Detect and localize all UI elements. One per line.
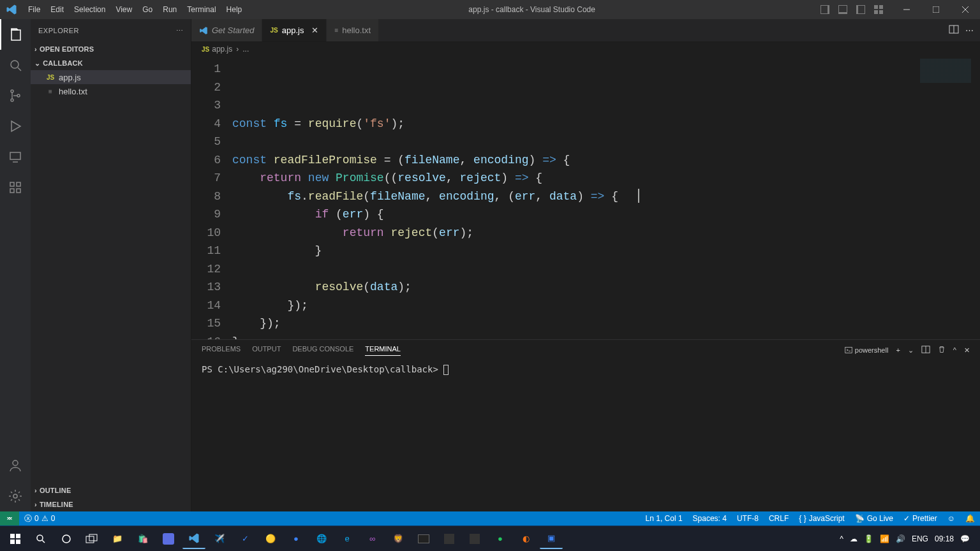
menu-go[interactable]: Go bbox=[137, 0, 158, 19]
chrome-icon[interactable]: 🟡 bbox=[259, 529, 282, 549]
indentation[interactable]: Spaces: 4 bbox=[688, 511, 732, 525]
snipping-tool-icon[interactable]: ▣ bbox=[540, 529, 563, 549]
taskbar-app-icon[interactable]: ● bbox=[489, 529, 512, 549]
onedrive-icon[interactable]: ☁ bbox=[850, 534, 858, 543]
customize-layout-icon[interactable] bbox=[870, 0, 887, 19]
menu-help[interactable]: Help bbox=[221, 0, 248, 19]
timeline-section[interactable]: › TIMELINE bbox=[31, 497, 191, 511]
taskbar-app-icon[interactable]: ● bbox=[285, 529, 308, 549]
taskbar-search-icon[interactable] bbox=[29, 529, 52, 549]
battery-icon[interactable]: 🔋 bbox=[864, 534, 873, 543]
menu-terminal[interactable]: Terminal bbox=[182, 0, 221, 19]
close-button[interactable] bbox=[951, 0, 980, 19]
outline-section[interactable]: › OUTLINE bbox=[31, 483, 191, 497]
toggle-panel-bottom-icon[interactable] bbox=[835, 0, 851, 19]
taskbar-app-icon[interactable]: 🌐 bbox=[310, 529, 333, 549]
action-center-icon[interactable]: 💬 bbox=[960, 534, 970, 543]
panel-tab-problems[interactable]: PROBLEMS bbox=[202, 345, 241, 356]
editor-tab[interactable]: Get Started bbox=[191, 19, 262, 41]
tray-chevron-icon[interactable]: ^ bbox=[840, 534, 843, 543]
vscode-taskbar-icon[interactable] bbox=[182, 529, 205, 549]
cortana-icon[interactable] bbox=[55, 529, 78, 549]
remote-explorer-icon[interactable] bbox=[0, 142, 31, 172]
toggle-panel-right-icon[interactable] bbox=[852, 0, 869, 19]
taskbar-app-icon[interactable]: ◐ bbox=[514, 529, 537, 549]
menu-selection[interactable]: Selection bbox=[69, 0, 110, 19]
split-editor-icon[interactable] bbox=[949, 24, 959, 36]
terminal-profile-label[interactable]: powershell bbox=[845, 346, 889, 354]
menu-file[interactable]: File bbox=[23, 0, 45, 19]
terminal[interactable]: PS C:\Users\ag290\OneDrive\Desktop\callb… bbox=[191, 360, 980, 511]
panel-tab-debug-console[interactable]: DEBUG CONSOLE bbox=[292, 345, 353, 356]
more-icon[interactable]: ⋯ bbox=[176, 27, 184, 35]
editor-tab[interactable]: JSapp.js✕ bbox=[262, 19, 327, 41]
encoding[interactable]: UTF-8 bbox=[732, 511, 764, 525]
panel-tab-terminal[interactable]: TERMINAL bbox=[365, 345, 401, 356]
wifi-icon[interactable]: 📶 bbox=[880, 534, 889, 543]
search-icon[interactable] bbox=[0, 50, 31, 80]
notifications-icon[interactable]: 🔔 bbox=[960, 511, 980, 525]
todo-icon[interactable]: ✓ bbox=[234, 529, 256, 549]
menu-view[interactable]: View bbox=[110, 0, 137, 19]
eol[interactable]: CRLF bbox=[764, 511, 794, 525]
code-area[interactable]: const fs = require('fs'); const readFile… bbox=[232, 56, 980, 339]
svg-point-12 bbox=[11, 99, 13, 101]
taskbar-app-icon[interactable] bbox=[463, 529, 486, 549]
settings-gear-icon[interactable] bbox=[0, 481, 31, 511]
layout-controls bbox=[817, 0, 892, 19]
editor-tab[interactable]: ≡hello.txt bbox=[327, 19, 379, 41]
visual-studio-icon[interactable]: ∞ bbox=[361, 529, 384, 549]
minimap[interactable] bbox=[920, 59, 971, 99]
clock[interactable]: 09:18 bbox=[935, 534, 954, 543]
feedback-icon[interactable]: ☺ bbox=[942, 511, 960, 525]
close-tab-icon[interactable]: ✕ bbox=[311, 26, 318, 35]
more-actions-icon[interactable]: ⋯ bbox=[965, 26, 974, 35]
kill-terminal-icon[interactable] bbox=[938, 346, 946, 355]
new-terminal-icon[interactable]: + bbox=[896, 346, 900, 354]
panel-tab-output[interactable]: OUTPUT bbox=[252, 345, 281, 356]
menu-run[interactable]: Run bbox=[158, 0, 182, 19]
svg-rect-35 bbox=[89, 534, 97, 541]
run-debug-icon[interactable] bbox=[0, 111, 31, 142]
minimize-button[interactable] bbox=[892, 0, 921, 19]
maximize-button[interactable] bbox=[921, 0, 951, 19]
brave-icon[interactable]: 🦁 bbox=[387, 529, 410, 549]
file-explorer-icon[interactable]: 📁 bbox=[106, 529, 129, 549]
explorer-sidebar: EXPLORER ⋯ › OPEN EDITORS ⌄ CALLBACK JSa… bbox=[31, 19, 191, 511]
prettier-status[interactable]: ✓Prettier bbox=[898, 511, 942, 525]
terminal-app-icon[interactable] bbox=[412, 529, 435, 549]
menu-edit[interactable]: Edit bbox=[45, 0, 69, 19]
volume-icon[interactable]: 🔊 bbox=[896, 534, 905, 543]
errors-warnings[interactable]: ⓧ0 ⚠0 bbox=[19, 511, 60, 525]
explorer-icon[interactable] bbox=[0, 19, 31, 50]
source-control-icon[interactable] bbox=[0, 80, 31, 111]
editor-body[interactable]: 12345678910111213141516 const fs = requi… bbox=[191, 56, 980, 339]
task-view-icon[interactable] bbox=[80, 529, 103, 549]
cursor-position[interactable]: Ln 1, Col 1 bbox=[641, 511, 688, 525]
accounts-icon[interactable] bbox=[0, 450, 31, 481]
file-item[interactable]: JSapp.js bbox=[31, 70, 191, 84]
microsoft-store-icon[interactable]: 🛍️ bbox=[131, 529, 154, 549]
extensions-icon[interactable] bbox=[0, 172, 31, 203]
terminal-dropdown-icon[interactable]: ⌄ bbox=[908, 346, 914, 355]
taskbar-app-icon[interactable] bbox=[157, 529, 180, 549]
terminal-prompt: PS C:\Users\ag290\OneDrive\Desktop\callb… bbox=[202, 364, 443, 374]
start-button[interactable] bbox=[4, 529, 27, 549]
file-item[interactable]: ≡hello.txt bbox=[31, 84, 191, 98]
taskbar-app-icon[interactable] bbox=[438, 529, 461, 549]
split-terminal-icon[interactable] bbox=[921, 345, 930, 355]
telegram-icon[interactable]: ✈️ bbox=[208, 529, 231, 549]
input-language[interactable]: ENG bbox=[912, 534, 928, 543]
svg-point-33 bbox=[63, 535, 70, 543]
go-live[interactable]: 📡Go Live bbox=[850, 511, 898, 525]
remote-indicator[interactable] bbox=[0, 511, 19, 525]
language-mode[interactable]: { }JavaScript bbox=[794, 511, 849, 525]
open-editors-section[interactable]: › OPEN EDITORS bbox=[31, 42, 191, 56]
maximize-panel-icon[interactable]: ^ bbox=[953, 346, 956, 354]
breadcrumb[interactable]: JS app.js › ... bbox=[191, 42, 980, 56]
warning-icon: ⚠ bbox=[41, 514, 48, 523]
edge-icon[interactable]: e bbox=[336, 529, 359, 549]
toggle-panel-left-icon[interactable] bbox=[817, 0, 833, 19]
folder-section[interactable]: ⌄ CALLBACK bbox=[31, 56, 191, 70]
close-panel-icon[interactable]: ✕ bbox=[964, 346, 970, 355]
